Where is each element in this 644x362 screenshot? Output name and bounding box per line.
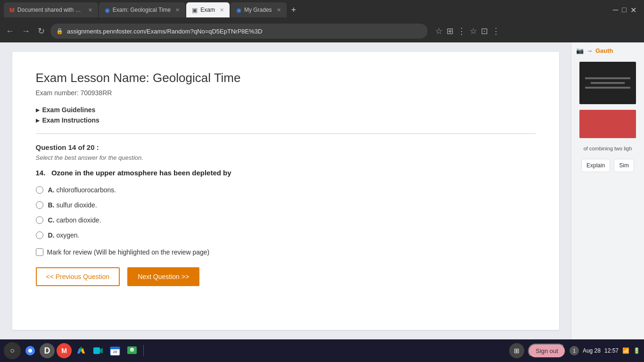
close-button[interactable]: ✕	[630, 6, 636, 15]
main-area: Exam Lesson Name: Geological Time Exam n…	[0, 42, 571, 339]
preview-line-2	[591, 82, 625, 84]
answer-option-d[interactable]: D. oxygen.	[36, 231, 536, 239]
question-text: 14. Ozone in the upper atmosphere has be…	[36, 169, 536, 177]
tab-exam-close[interactable]: ✕	[220, 7, 224, 13]
d-taskbar-icon[interactable]: D	[40, 343, 55, 358]
mark-review-checkbox[interactable]	[36, 248, 43, 256]
next-question-button[interactable]: Next Question >>	[127, 267, 199, 286]
gdrive-icon-svg	[75, 345, 87, 356]
exam-instructions-toggle[interactable]: ▶ Exam Instructions	[36, 116, 536, 124]
calendar-taskbar-icon[interactable]: 28	[107, 343, 123, 358]
tab-gmail[interactable]: M Document shared with you: "J... ✕	[4, 2, 98, 17]
wifi-icon: 📶	[622, 347, 629, 354]
answer-a-label: A. chlorofluorocarbons.	[48, 186, 116, 194]
radio-c[interactable]	[36, 216, 43, 224]
gdrive-taskbar-icon[interactable]	[74, 343, 89, 358]
address-bar: ← → ↻ 🔒 assignments.pennfoster.com/Exams…	[0, 20, 644, 42]
side-preview	[579, 62, 636, 104]
classroom-taskbar-icon[interactable]: G	[124, 343, 140, 358]
answer-a-letter: A.	[48, 186, 55, 194]
sign-out-button[interactable]: Sign out	[528, 344, 566, 358]
question-header: Question 14 of 20 :	[36, 143, 536, 151]
classroom-icon-svg: G	[126, 345, 138, 356]
chrome-icon-svg	[25, 345, 36, 356]
forward-button[interactable]: →	[20, 25, 32, 38]
question-number: 14.	[36, 169, 46, 177]
instructions-arrow-icon: ▶	[36, 118, 40, 123]
screenshot-icon-glyph: ⊞	[514, 347, 520, 354]
mark-review[interactable]: Mark for review (Will be highlighted on …	[36, 248, 536, 256]
answer-option-a[interactable]: A. chlorofluorocarbons.	[36, 186, 536, 194]
preview-line-3	[585, 87, 630, 89]
radio-d[interactable]	[36, 231, 43, 239]
maximize-button[interactable]: □	[622, 6, 627, 15]
side-camera-icon: 📷	[576, 47, 584, 54]
profile-icon[interactable]: ☆	[470, 26, 477, 36]
side-context-text: of combining two ligh	[584, 146, 632, 151]
radio-b[interactable]	[36, 201, 43, 209]
exam-card: Exam Lesson Name: Geological Time Exam n…	[12, 52, 559, 330]
tab-exam[interactable]: ▣ Exam ✕	[186, 2, 230, 17]
explain-button[interactable]: Explain	[581, 159, 610, 172]
exam-title: Exam Lesson Name: Geological Time	[36, 71, 536, 85]
minimize-button[interactable]: ─	[613, 6, 618, 15]
taskbar-time: 12:57	[604, 347, 619, 354]
gmail-taskbar-icon[interactable]: M	[57, 343, 72, 358]
url-text: assignments.pennfoster.com/Exams/Random?…	[67, 28, 262, 35]
chrome-taskbar-icon[interactable]	[23, 343, 38, 358]
simplify-button[interactable]: Sim	[614, 159, 634, 172]
new-tab-button[interactable]: +	[288, 5, 300, 15]
answer-c-label: C. carbon dioxide.	[48, 216, 101, 224]
radio-a[interactable]	[36, 186, 43, 194]
tab-grades-close[interactable]: ✕	[277, 7, 281, 13]
svg-rect-5	[110, 347, 120, 349]
menu-icon[interactable]: ⋮	[457, 26, 466, 36]
gmail-icon-label: M	[61, 347, 67, 354]
prev-question-button[interactable]: << Previous Question	[36, 267, 120, 286]
side-preview-small	[579, 110, 636, 138]
screenshot-icon[interactable]: ⊞	[509, 343, 524, 358]
mark-review-label: Mark for review (Will be highlighted on …	[47, 248, 210, 256]
tab-grades[interactable]: ◉ My Grades ✕	[231, 2, 287, 17]
answer-d-text: oxygen.	[56, 231, 79, 239]
reload-button[interactable]: ↻	[36, 24, 47, 38]
tab-exam-geological-close[interactable]: ✕	[175, 7, 180, 13]
tab-bar: M Document shared with you: "J... ✕ ◉ Ex…	[0, 0, 644, 20]
meet-icon-svg	[92, 345, 104, 356]
answer-d-letter: D.	[48, 231, 55, 239]
exam-instructions-label: Exam Instructions	[42, 116, 99, 124]
tab-gmail-close[interactable]: ✕	[88, 7, 92, 13]
window-controls: ─ □ ✕	[613, 6, 640, 15]
tab-exam-geological-label: Exam: Geological Time	[113, 7, 171, 13]
exam-tab-icon: ▣	[192, 7, 198, 14]
system-tray: ⊞ Sign out 1 Aug 28 12:57 📶 🔋	[509, 343, 640, 358]
extensions2-icon[interactable]: ⊡	[481, 26, 488, 36]
answer-a-text: chlorofluorocarbons.	[56, 186, 116, 194]
meet-taskbar-icon[interactable]	[91, 343, 106, 358]
notification-badge[interactable]: 1	[570, 346, 579, 355]
bookmark-star-icon[interactable]: ☆	[435, 26, 443, 36]
system-icon[interactable]: ○	[4, 342, 21, 359]
answer-option-b[interactable]: B. sulfur dioxide.	[36, 201, 536, 209]
answer-c-text: carbon dioxide.	[56, 216, 101, 224]
exam-guidelines-toggle[interactable]: ▶ Exam Guidelines	[36, 106, 536, 114]
answer-c-letter: C.	[48, 216, 55, 224]
side-action-buttons: Explain Sim	[581, 159, 634, 172]
answer-d-label: D. oxygen.	[48, 231, 80, 239]
exam-guidelines-label: Exam Guidelines	[42, 106, 96, 114]
side-panel-top: 📷 → Gauth	[576, 47, 639, 54]
url-bar[interactable]: 🔒 assignments.pennfoster.com/Exams/Rando…	[50, 24, 428, 39]
taskbar: ○ D M 28	[0, 339, 644, 362]
answer-option-c[interactable]: C. carbon dioxide.	[36, 216, 536, 224]
question-instruction: Select the best answer for the question.	[36, 154, 536, 161]
grades-tab-icon: ◉	[236, 7, 241, 14]
back-button[interactable]: ←	[4, 25, 16, 38]
d-icon-label: D	[44, 346, 50, 356]
chrome-menu-icon[interactable]: ⋮	[492, 26, 500, 36]
svg-rect-2	[93, 347, 100, 354]
exam-geological-tab-icon: ◉	[105, 7, 110, 14]
side-panel: 📷 → Gauth of combining two ligh Explain …	[571, 42, 644, 362]
extensions-icon[interactable]: ⊞	[446, 26, 454, 36]
tab-exam-geological[interactable]: ◉ Exam: Geological Time ✕	[99, 2, 185, 17]
answer-b-label: B. sulfur dioxide.	[48, 201, 97, 209]
